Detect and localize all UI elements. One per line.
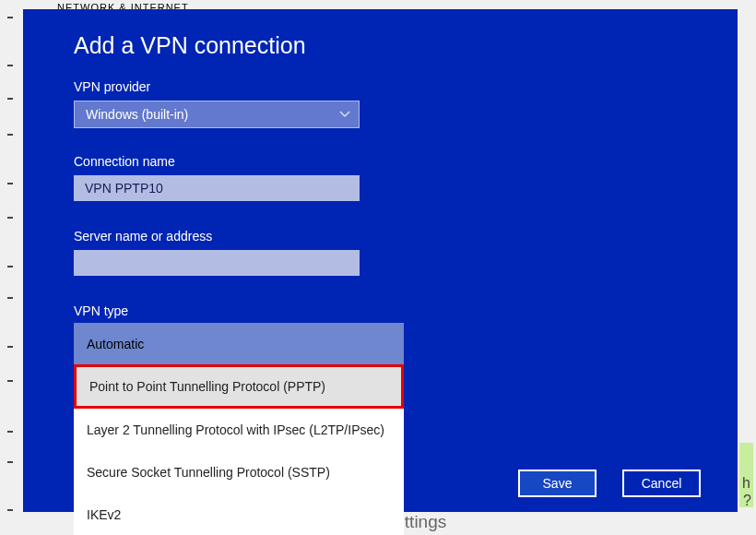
bg-letter-1: h — [742, 475, 750, 492]
vpn-type-option-automatic[interactable]: Automatic — [74, 323, 404, 365]
server-input[interactable] — [74, 250, 360, 276]
vpn-type-dropdown[interactable]: Automatic Point to Point Tunnelling Prot… — [74, 323, 404, 535]
connection-name-label: Connection name — [74, 154, 710, 169]
dialog-buttons: Save Cancel — [518, 470, 701, 497]
server-label: Server name or address — [74, 229, 710, 244]
cancel-button[interactable]: Cancel — [622, 470, 701, 497]
vpn-type-option-pptp[interactable]: Point to Point Tunnelling Protocol (PPTP… — [74, 364, 404, 409]
vpn-type-label: VPN type — [74, 303, 710, 318]
bg-letter-2: ? — [743, 493, 751, 509]
page-title: Add a VPN connection — [74, 32, 710, 59]
vpn-provider-label: VPN provider — [74, 79, 710, 94]
bg-left-marks — [7, 0, 13, 535]
vpn-type-option-sstp[interactable]: Secure Socket Tunnelling Protocol (SSTP) — [74, 451, 404, 493]
vpn-type-option-l2tp[interactable]: Layer 2 Tunnelling Protocol with IPsec (… — [74, 409, 404, 451]
chevron-down-icon — [338, 108, 351, 121]
connection-name-input[interactable] — [74, 175, 360, 201]
save-button[interactable]: Save — [518, 470, 597, 497]
vpn-provider-select[interactable]: Windows (built-in) — [74, 101, 360, 128]
add-vpn-dialog: Add a VPN connection VPN provider Window… — [23, 9, 738, 512]
vpn-type-option-ikev2[interactable]: IKEv2 — [74, 493, 404, 535]
vpn-provider-value: Windows (built-in) — [86, 107, 188, 122]
